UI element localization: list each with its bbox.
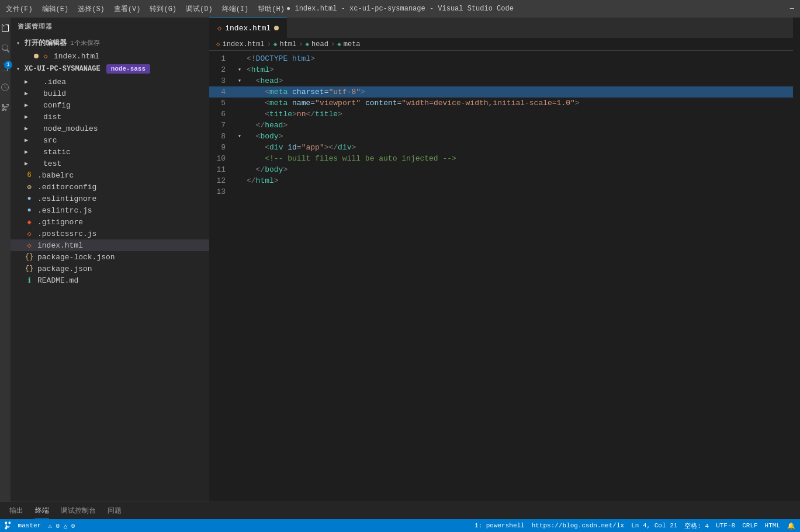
tree-item-index-html[interactable]: ◇ index.html [11,239,209,251]
panel-tab-output[interactable]: 输出 [9,503,23,518]
main-layout: 1 资源管理器 ▾ 打开的编辑器 1个未保存 ◇ index.html [0,18,800,502]
status-link[interactable]: https://blog.csdn.net/lx [532,522,624,529]
status-terminal[interactable]: 1: powershell [475,522,525,529]
project-header[interactable]: ▾ XC-UI-PC-SYSMANAGE node-sass [11,62,209,76]
folder-chevron: ▶ [25,102,28,109]
code-line-1: 1 <!DOCTYPE html> [209,53,793,64]
line-content-2: <html> [244,64,793,75]
menu-view[interactable]: 查看(V) [114,4,141,14]
tree-item--gitignore[interactable]: ◆ .gitignore [11,216,209,228]
status-lang[interactable]: HTML [765,522,780,529]
line-num-1: 1 [209,53,235,64]
tree-item-node-modules[interactable]: ▶ node_modules [11,123,209,134]
line-num-4: 4 [209,86,235,98]
menu-select[interactable]: 选择(S) [78,4,105,14]
tree-item-dist[interactable]: ▶ dist [11,111,209,123]
project-chevron: ▾ [14,65,22,73]
code-line-10: 10 <!-- built files will be auto injecte… [209,153,793,164]
tree-item--babelrc[interactable]: 6 .babelrc [11,169,209,181]
breadcrumb-item-1[interactable]: ◈ html [273,40,296,48]
unsaved-count: 1个未保存 [70,39,100,47]
code-editor[interactable]: 1 <!DOCTYPE html> 2 ▾ <html> 3 ▾ <head> … [209,51,793,502]
tree-item-static[interactable]: ▶ static [11,146,209,158]
folder-chevron: ▶ [25,137,28,144]
collapse-8[interactable]: ▾ [235,131,244,142]
panel-tab-debug-console[interactable]: 调试控制台 [61,503,96,518]
collapse-4 [235,86,244,98]
status-encoding[interactable]: UTF-8 [716,522,735,529]
tree-item-config[interactable]: ▶ config [11,99,209,111]
breadcrumb-item-2[interactable]: ◈ head [305,40,328,48]
file-name: package-lock.json [37,253,115,262]
file-name: config [43,101,71,110]
menu-terminal[interactable]: 终端(I) [222,4,249,14]
file-name: .eslintrc.js [37,206,92,215]
status-branch[interactable]: master [5,521,41,530]
tree-item--postcssrc-js[interactable]: ◇ .postcssrc.js [11,228,209,239]
tree-item-test[interactable]: ▶ test [11,158,209,169]
file-name: README.md [37,276,78,285]
opened-editors-header[interactable]: ▾ 打开的编辑器 1个未保存 [11,36,209,50]
file-name: node_modules [43,124,98,133]
breadcrumb-icon-2: ◈ [305,40,309,48]
menu-help[interactable]: 帮助(H) [258,4,285,14]
tree-item--idea[interactable]: ▶ .idea [11,76,209,88]
tree-item-package-lock-json[interactable]: {} package-lock.json [11,251,209,263]
opened-file-index-html[interactable]: ◇ index.html [11,50,209,62]
breadcrumb-icon-0: ◇ [216,40,220,48]
collapse-3[interactable]: ▾ [235,75,244,86]
line-num-5: 5 [209,98,235,109]
file-icon: ℹ [25,276,34,285]
file-icon: ⚙ [25,182,34,192]
tree-item-src[interactable]: ▶ src [11,134,209,146]
collapse-9 [235,142,244,153]
breadcrumb-item-3[interactable]: ◈ meta [337,40,360,48]
file-name: package.json [37,265,92,273]
collapse-11 [235,164,244,175]
folder-chevron: ▶ [25,160,28,167]
activity-extensions[interactable] [1,103,10,112]
menu-goto[interactable]: 转到(G) [150,4,176,14]
status-errors[interactable]: ⚠ 0 △ 0 [48,522,75,530]
tree-item-README-md[interactable]: ℹ README.md [11,274,209,286]
menu-bar[interactable]: 文件(F) 编辑(E) 选择(S) 查看(V) 转到(G) 调试(D) 终端(I… [6,4,285,14]
line-num-2: 2 [209,64,235,75]
status-spaces[interactable]: 空格: 4 [684,521,709,530]
tree-item--eslintrc-js[interactable]: ● .eslintrc.js [11,204,209,216]
activity-scm[interactable]: 1 [1,63,10,72]
tab-name: index.html [225,24,271,33]
minimize-button[interactable]: — [790,5,794,13]
opened-file-name: index.html [54,52,99,61]
status-line-col[interactable]: Ln 4, Col 21 [631,522,677,529]
window-controls[interactable]: — [790,5,794,13]
tab-index-html[interactable]: ◇ index.html [209,18,287,38]
file-icon: ● [25,194,34,203]
file-icon [30,89,40,98]
file-name: .babelrc [37,171,74,180]
menu-debug[interactable]: 调试(D) [186,4,213,14]
code-line-9: 9 <div id="app"></div> [209,142,793,153]
breadcrumb-item-0[interactable]: ◇ index.html [216,40,265,48]
panel-tab-terminal[interactable]: 终端 [35,503,49,519]
status-feedback[interactable]: 🔔 [787,522,795,530]
activity-explorer[interactable] [1,23,10,33]
status-bar-left: master ⚠ 0 △ 0 [5,521,75,530]
collapse-2[interactable]: ▾ [235,64,244,75]
line-num-13: 13 [209,186,235,197]
activity-debug[interactable] [1,83,10,92]
status-eol[interactable]: CRLF [742,522,757,529]
menu-edit[interactable]: 编辑(E) [42,4,69,14]
tree-item-build[interactable]: ▶ build [11,88,209,99]
file-icon [30,124,40,133]
code-line-7: 7 </head> [209,120,793,131]
tree-item--editorconfig[interactable]: ⚙ .editorconfig [11,181,209,193]
code-line-12: 12 </html> [209,175,793,186]
breadcrumb-label-0: index.html [223,40,265,48]
menu-file[interactable]: 文件(F) [6,4,33,14]
tab-bar: ◇ index.html [209,18,793,38]
breadcrumb-label-3: meta [344,40,361,48]
tree-item-package-json[interactable]: {} package.json [11,263,209,274]
tree-item--eslintignore[interactable]: ● .eslintignore [11,193,209,204]
activity-search[interactable] [1,43,10,53]
panel-tab-problems[interactable]: 问题 [108,503,122,518]
